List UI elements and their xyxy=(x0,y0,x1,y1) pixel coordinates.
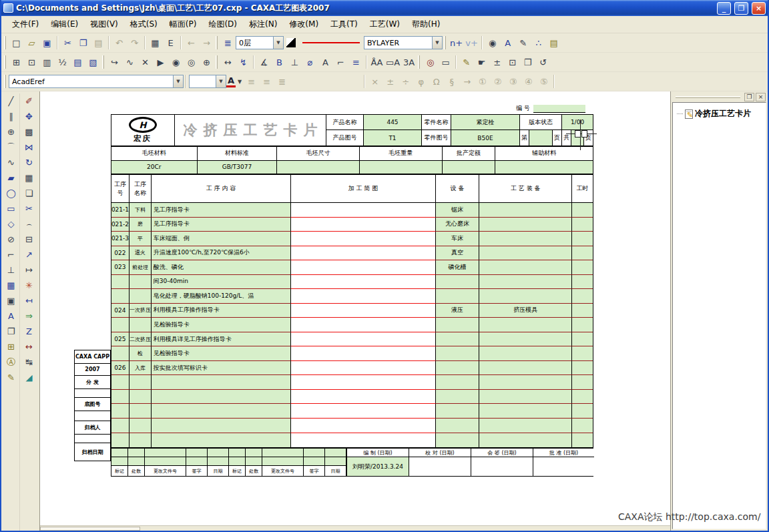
cell-op-name[interactable]: 磨 xyxy=(130,218,152,232)
block-edit-tool[interactable]: ✎ xyxy=(3,370,19,385)
cell-tooling[interactable] xyxy=(479,289,572,304)
redo-button[interactable]: ↷ xyxy=(127,35,142,50)
cell-equipment[interactable] xyxy=(436,332,480,347)
cell-equipment[interactable] xyxy=(436,289,480,304)
title-bar[interactable]: C:\Documents and Settings\Jzh\桌面\工艺\工艺07… xyxy=(1,0,768,16)
revision-cell[interactable] xyxy=(229,449,246,457)
cell-equipment[interactable]: 真空 xyxy=(436,246,480,261)
cell-op-name[interactable] xyxy=(130,289,152,304)
cell-op-name[interactable]: 二次挤压 xyxy=(130,332,152,347)
revision-cell[interactable] xyxy=(208,449,229,457)
curve-tool-button[interactable]: ↪ xyxy=(107,55,122,69)
cell-op-content[interactable]: 升温速度100℃/h,至720℃保温6小 xyxy=(152,246,291,261)
style-select[interactable]: AcadEref ▼ xyxy=(9,75,184,88)
symbol-multiply-button[interactable]: × xyxy=(367,74,382,89)
cell-time[interactable] xyxy=(572,218,593,232)
revision-cell[interactable] xyxy=(111,457,128,466)
cell-equipment[interactable]: 液压 xyxy=(436,304,480,318)
symbol-circle5-button[interactable]: ⑤ xyxy=(536,74,551,89)
revision-cell[interactable] xyxy=(128,449,145,457)
sparkle-edit-tool[interactable]: ✳ xyxy=(21,278,37,293)
dim-baseline-button[interactable]: B xyxy=(272,55,287,69)
color-picker-button[interactable] xyxy=(284,36,298,49)
cell-op-no[interactable]: 025 xyxy=(111,332,130,347)
solid-fill-tool[interactable]: ▰ xyxy=(3,170,19,186)
cell-op-sketch[interactable] xyxy=(291,404,435,419)
undo-button[interactable]: ↶ xyxy=(111,35,127,50)
block-arrow-tool[interactable]: ⇒ xyxy=(21,308,37,324)
cell-op-content[interactable]: 酸洗、磷化 xyxy=(152,260,291,275)
parallel-line-tool[interactable]: ∥ xyxy=(3,109,19,124)
materials-value-cell[interactable]: GB/T3077 xyxy=(198,161,278,174)
dim-coordinate-button[interactable]: ⌐ xyxy=(333,55,348,69)
menu-tools[interactable]: 工具(T) xyxy=(325,17,363,32)
scrollbar-thumb[interactable] xyxy=(40,527,140,531)
cell-op-no[interactable] xyxy=(111,346,130,361)
signature-value[interactable] xyxy=(471,457,533,476)
dim-auto-button[interactable]: ≡ xyxy=(348,55,364,69)
tree-item-card[interactable]: ✎ 冷挤压工艺卡片 xyxy=(673,103,766,119)
symbol-divide-button[interactable]: ÷ xyxy=(398,74,413,89)
cell-time[interactable] xyxy=(572,203,593,218)
line-tool[interactable]: ╱ xyxy=(3,93,19,109)
cell-time[interactable] xyxy=(572,318,593,332)
product-name-value[interactable]: 445 xyxy=(364,115,422,130)
symbol-section-button[interactable]: § xyxy=(444,74,459,89)
cell-equipment[interactable] xyxy=(436,404,480,419)
point-style-button[interactable]: ∴ xyxy=(531,35,546,50)
cell-op-content[interactable]: 见检验指导卡 xyxy=(152,318,291,332)
chevron-down-icon[interactable]: ▼ xyxy=(173,75,183,87)
cell-time[interactable] xyxy=(572,404,593,419)
cell-op-sketch[interactable] xyxy=(291,289,435,304)
materials-value-cell[interactable] xyxy=(360,161,443,174)
erase-tool[interactable]: ✐ xyxy=(21,93,37,109)
cell-op-content[interactable] xyxy=(152,390,291,405)
revision-cell[interactable] xyxy=(229,457,246,466)
cell-equipment[interactable] xyxy=(436,375,480,390)
cell-op-content[interactable]: 利用模具详见工序操作指导卡 xyxy=(152,332,291,347)
chevron-down-icon[interactable]: ▼ xyxy=(216,75,226,87)
cell-op-sketch[interactable] xyxy=(291,260,435,275)
cut-button[interactable]: ✂ xyxy=(60,35,75,50)
cell-equipment[interactable] xyxy=(436,361,480,376)
cell-equipment[interactable] xyxy=(436,433,480,448)
ruler-tool-button[interactable]: ▭ xyxy=(438,55,453,69)
break-tool[interactable]: ⊟ xyxy=(21,232,37,247)
cell-tooling[interactable] xyxy=(479,218,572,232)
cell-equipment[interactable]: 无心磨床 xyxy=(436,218,480,232)
cell-op-no[interactable] xyxy=(111,390,130,405)
text-scale-button[interactable]: ½ xyxy=(55,55,70,69)
cell-op-name[interactable]: 检 xyxy=(130,346,152,361)
cell-op-no[interactable] xyxy=(111,375,130,390)
zoom-all-button[interactable]: ❐ xyxy=(520,55,535,69)
cell-time[interactable] xyxy=(572,289,593,304)
arrow-tool-button[interactable]: ▶ xyxy=(153,55,168,69)
revision-cell[interactable] xyxy=(186,457,208,466)
cell-op-no[interactable] xyxy=(111,419,130,433)
menu-modify[interactable]: 修改(M) xyxy=(284,17,324,32)
cell-op-name[interactable] xyxy=(130,318,152,332)
cell-op-content[interactable] xyxy=(152,433,291,448)
symbol-circle1-button[interactable]: ① xyxy=(475,74,490,89)
cell-op-name[interactable]: 退火 xyxy=(130,246,152,261)
menu-file[interactable]: 文件(F) xyxy=(7,17,44,32)
card-tree[interactable]: ✎ 冷挤压工艺卡片 xyxy=(672,102,766,529)
cell-tooling[interactable] xyxy=(479,260,572,275)
menu-dimension[interactable]: 标注(N) xyxy=(244,17,282,32)
cell-op-content[interactable]: 利用模具工序操作指导卡 xyxy=(152,304,291,318)
panel-restore-button[interactable]: ❐ xyxy=(744,93,754,101)
revision-cell[interactable] xyxy=(246,449,262,457)
dim-angular-button[interactable]: ∡ xyxy=(256,55,272,69)
fillet-tool[interactable]: ⌢ xyxy=(21,216,37,232)
revision-cell[interactable] xyxy=(208,457,229,466)
cell-op-sketch[interactable] xyxy=(291,218,435,232)
block-update-button[interactable]: ▧ xyxy=(85,55,101,69)
revision-cell[interactable] xyxy=(128,457,145,466)
view-window-button[interactable]: ⊡ xyxy=(24,55,39,69)
circle-tool-button[interactable]: ◎ xyxy=(184,55,199,69)
symbol-circle2-button[interactable]: ② xyxy=(490,74,505,89)
materials-value-cell[interactable] xyxy=(495,161,593,174)
symbol-insert-button[interactable]: v+ xyxy=(464,35,479,50)
signature-value[interactable] xyxy=(533,457,594,476)
toolbar-grip[interactable] xyxy=(444,36,446,49)
